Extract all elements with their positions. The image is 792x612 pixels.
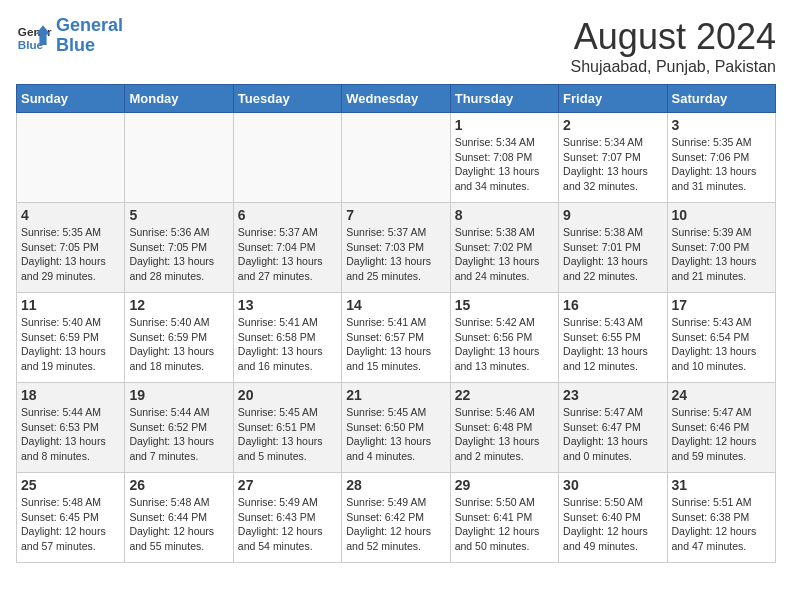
day-info: Sunrise: 5:38 AM Sunset: 7:01 PM Dayligh… bbox=[563, 225, 662, 284]
calendar-subtitle: Shujaabad, Punjab, Pakistan bbox=[571, 58, 776, 76]
day-info: Sunrise: 5:41 AM Sunset: 6:57 PM Dayligh… bbox=[346, 315, 445, 374]
calendar-day-cell: 28Sunrise: 5:49 AM Sunset: 6:42 PM Dayli… bbox=[342, 473, 450, 563]
day-info: Sunrise: 5:35 AM Sunset: 7:06 PM Dayligh… bbox=[672, 135, 771, 194]
day-info: Sunrise: 5:45 AM Sunset: 6:51 PM Dayligh… bbox=[238, 405, 337, 464]
calendar-day-cell: 1Sunrise: 5:34 AM Sunset: 7:08 PM Daylig… bbox=[450, 113, 558, 203]
day-number: 3 bbox=[672, 117, 771, 133]
day-info: Sunrise: 5:46 AM Sunset: 6:48 PM Dayligh… bbox=[455, 405, 554, 464]
logo-text-line1: General bbox=[56, 16, 123, 36]
calendar-day-cell: 31Sunrise: 5:51 AM Sunset: 6:38 PM Dayli… bbox=[667, 473, 775, 563]
day-number: 8 bbox=[455, 207, 554, 223]
weekday-header: Friday bbox=[559, 85, 667, 113]
calendar-day-cell: 9Sunrise: 5:38 AM Sunset: 7:01 PM Daylig… bbox=[559, 203, 667, 293]
calendar-day-cell: 22Sunrise: 5:46 AM Sunset: 6:48 PM Dayli… bbox=[450, 383, 558, 473]
calendar-day-cell: 20Sunrise: 5:45 AM Sunset: 6:51 PM Dayli… bbox=[233, 383, 341, 473]
day-number: 18 bbox=[21, 387, 120, 403]
page-header: General Blue General Blue August 2024 Sh… bbox=[16, 16, 776, 76]
day-number: 7 bbox=[346, 207, 445, 223]
day-number: 4 bbox=[21, 207, 120, 223]
day-number: 15 bbox=[455, 297, 554, 313]
day-info: Sunrise: 5:48 AM Sunset: 6:45 PM Dayligh… bbox=[21, 495, 120, 554]
day-info: Sunrise: 5:37 AM Sunset: 7:03 PM Dayligh… bbox=[346, 225, 445, 284]
calendar-week-row: 11Sunrise: 5:40 AM Sunset: 6:59 PM Dayli… bbox=[17, 293, 776, 383]
day-info: Sunrise: 5:50 AM Sunset: 6:41 PM Dayligh… bbox=[455, 495, 554, 554]
calendar-day-cell: 3Sunrise: 5:35 AM Sunset: 7:06 PM Daylig… bbox=[667, 113, 775, 203]
day-info: Sunrise: 5:47 AM Sunset: 6:47 PM Dayligh… bbox=[563, 405, 662, 464]
day-info: Sunrise: 5:43 AM Sunset: 6:55 PM Dayligh… bbox=[563, 315, 662, 374]
calendar-day-cell: 16Sunrise: 5:43 AM Sunset: 6:55 PM Dayli… bbox=[559, 293, 667, 383]
day-number: 23 bbox=[563, 387, 662, 403]
calendar-day-cell bbox=[17, 113, 125, 203]
day-info: Sunrise: 5:50 AM Sunset: 6:40 PM Dayligh… bbox=[563, 495, 662, 554]
calendar-day-cell: 24Sunrise: 5:47 AM Sunset: 6:46 PM Dayli… bbox=[667, 383, 775, 473]
day-info: Sunrise: 5:40 AM Sunset: 6:59 PM Dayligh… bbox=[21, 315, 120, 374]
weekday-header: Tuesday bbox=[233, 85, 341, 113]
day-number: 21 bbox=[346, 387, 445, 403]
calendar-day-cell: 18Sunrise: 5:44 AM Sunset: 6:53 PM Dayli… bbox=[17, 383, 125, 473]
calendar-week-row: 1Sunrise: 5:34 AM Sunset: 7:08 PM Daylig… bbox=[17, 113, 776, 203]
day-number: 14 bbox=[346, 297, 445, 313]
calendar-table: SundayMondayTuesdayWednesdayThursdayFrid… bbox=[16, 84, 776, 563]
day-info: Sunrise: 5:38 AM Sunset: 7:02 PM Dayligh… bbox=[455, 225, 554, 284]
day-info: Sunrise: 5:47 AM Sunset: 6:46 PM Dayligh… bbox=[672, 405, 771, 464]
calendar-day-cell: 4Sunrise: 5:35 AM Sunset: 7:05 PM Daylig… bbox=[17, 203, 125, 293]
day-info: Sunrise: 5:39 AM Sunset: 7:00 PM Dayligh… bbox=[672, 225, 771, 284]
calendar-day-cell: 26Sunrise: 5:48 AM Sunset: 6:44 PM Dayli… bbox=[125, 473, 233, 563]
day-number: 25 bbox=[21, 477, 120, 493]
day-info: Sunrise: 5:45 AM Sunset: 6:50 PM Dayligh… bbox=[346, 405, 445, 464]
day-info: Sunrise: 5:44 AM Sunset: 6:52 PM Dayligh… bbox=[129, 405, 228, 464]
calendar-header-row: SundayMondayTuesdayWednesdayThursdayFrid… bbox=[17, 85, 776, 113]
calendar-day-cell bbox=[125, 113, 233, 203]
day-info: Sunrise: 5:40 AM Sunset: 6:59 PM Dayligh… bbox=[129, 315, 228, 374]
calendar-day-cell bbox=[233, 113, 341, 203]
calendar-day-cell: 15Sunrise: 5:42 AM Sunset: 6:56 PM Dayli… bbox=[450, 293, 558, 383]
weekday-header: Monday bbox=[125, 85, 233, 113]
day-info: Sunrise: 5:44 AM Sunset: 6:53 PM Dayligh… bbox=[21, 405, 120, 464]
day-info: Sunrise: 5:36 AM Sunset: 7:05 PM Dayligh… bbox=[129, 225, 228, 284]
calendar-day-cell: 6Sunrise: 5:37 AM Sunset: 7:04 PM Daylig… bbox=[233, 203, 341, 293]
day-info: Sunrise: 5:35 AM Sunset: 7:05 PM Dayligh… bbox=[21, 225, 120, 284]
calendar-day-cell: 30Sunrise: 5:50 AM Sunset: 6:40 PM Dayli… bbox=[559, 473, 667, 563]
day-info: Sunrise: 5:34 AM Sunset: 7:07 PM Dayligh… bbox=[563, 135, 662, 194]
logo: General Blue General Blue bbox=[16, 16, 123, 56]
calendar-day-cell: 21Sunrise: 5:45 AM Sunset: 6:50 PM Dayli… bbox=[342, 383, 450, 473]
day-number: 6 bbox=[238, 207, 337, 223]
calendar-day-cell: 27Sunrise: 5:49 AM Sunset: 6:43 PM Dayli… bbox=[233, 473, 341, 563]
day-info: Sunrise: 5:34 AM Sunset: 7:08 PM Dayligh… bbox=[455, 135, 554, 194]
calendar-day-cell: 8Sunrise: 5:38 AM Sunset: 7:02 PM Daylig… bbox=[450, 203, 558, 293]
calendar-day-cell: 17Sunrise: 5:43 AM Sunset: 6:54 PM Dayli… bbox=[667, 293, 775, 383]
calendar-day-cell: 23Sunrise: 5:47 AM Sunset: 6:47 PM Dayli… bbox=[559, 383, 667, 473]
calendar-title: August 2024 bbox=[571, 16, 776, 58]
day-info: Sunrise: 5:48 AM Sunset: 6:44 PM Dayligh… bbox=[129, 495, 228, 554]
calendar-day-cell: 5Sunrise: 5:36 AM Sunset: 7:05 PM Daylig… bbox=[125, 203, 233, 293]
calendar-week-row: 25Sunrise: 5:48 AM Sunset: 6:45 PM Dayli… bbox=[17, 473, 776, 563]
day-info: Sunrise: 5:43 AM Sunset: 6:54 PM Dayligh… bbox=[672, 315, 771, 374]
day-number: 26 bbox=[129, 477, 228, 493]
day-info: Sunrise: 5:42 AM Sunset: 6:56 PM Dayligh… bbox=[455, 315, 554, 374]
day-number: 13 bbox=[238, 297, 337, 313]
day-number: 5 bbox=[129, 207, 228, 223]
day-info: Sunrise: 5:41 AM Sunset: 6:58 PM Dayligh… bbox=[238, 315, 337, 374]
day-number: 24 bbox=[672, 387, 771, 403]
day-number: 2 bbox=[563, 117, 662, 133]
calendar-day-cell: 14Sunrise: 5:41 AM Sunset: 6:57 PM Dayli… bbox=[342, 293, 450, 383]
day-number: 17 bbox=[672, 297, 771, 313]
day-number: 29 bbox=[455, 477, 554, 493]
calendar-day-cell: 13Sunrise: 5:41 AM Sunset: 6:58 PM Dayli… bbox=[233, 293, 341, 383]
calendar-week-row: 18Sunrise: 5:44 AM Sunset: 6:53 PM Dayli… bbox=[17, 383, 776, 473]
day-number: 22 bbox=[455, 387, 554, 403]
calendar-day-cell: 25Sunrise: 5:48 AM Sunset: 6:45 PM Dayli… bbox=[17, 473, 125, 563]
weekday-header: Wednesday bbox=[342, 85, 450, 113]
day-number: 1 bbox=[455, 117, 554, 133]
day-info: Sunrise: 5:37 AM Sunset: 7:04 PM Dayligh… bbox=[238, 225, 337, 284]
calendar-day-cell: 19Sunrise: 5:44 AM Sunset: 6:52 PM Dayli… bbox=[125, 383, 233, 473]
day-number: 16 bbox=[563, 297, 662, 313]
calendar-day-cell: 2Sunrise: 5:34 AM Sunset: 7:07 PM Daylig… bbox=[559, 113, 667, 203]
day-number: 27 bbox=[238, 477, 337, 493]
weekday-header: Thursday bbox=[450, 85, 558, 113]
day-info: Sunrise: 5:49 AM Sunset: 6:42 PM Dayligh… bbox=[346, 495, 445, 554]
day-number: 10 bbox=[672, 207, 771, 223]
calendar-day-cell: 29Sunrise: 5:50 AM Sunset: 6:41 PM Dayli… bbox=[450, 473, 558, 563]
day-number: 9 bbox=[563, 207, 662, 223]
day-number: 30 bbox=[563, 477, 662, 493]
